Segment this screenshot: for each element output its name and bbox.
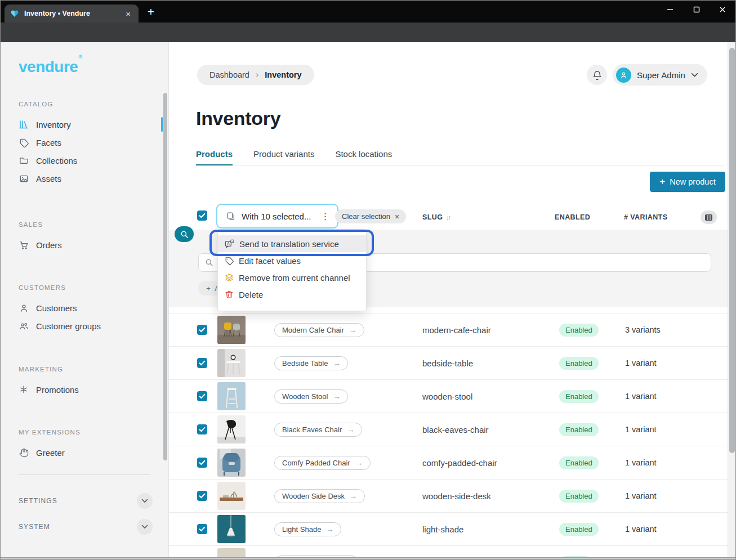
sidebar-item-label: Customers xyxy=(36,303,77,313)
browser-window: Inventory • Vendure × + localhost:3000/a… xyxy=(0,0,736,560)
vendure-logo: vendure® xyxy=(19,58,82,76)
sidebar-item-customer-groups[interactable]: Customer groups xyxy=(0,317,168,335)
product-thumbnail xyxy=(217,316,246,344)
search-toggle-button[interactable] xyxy=(175,226,194,242)
arrow-right-icon: → xyxy=(347,425,354,434)
cart-icon xyxy=(19,240,29,250)
row-checkbox[interactable] xyxy=(197,491,207,501)
new-tab-button[interactable]: + xyxy=(144,5,158,19)
window-maximize-button[interactable] xyxy=(687,2,706,17)
breadcrumb-dashboard[interactable]: Dashboard xyxy=(209,70,249,79)
menu-item-send-to-translation-service[interactable]: A Send to translation service xyxy=(218,235,366,252)
table-row: Comfy Padded Chair→ comfy-padded-chair E… xyxy=(169,446,728,479)
chevron-down-icon xyxy=(141,499,148,503)
product-name-link[interactable]: Modern Cafe Chair→ xyxy=(274,323,364,337)
sidebar-section-settings[interactable]: SETTINGS xyxy=(19,492,153,509)
sidebar-item-label: Facets xyxy=(36,138,61,147)
check-icon xyxy=(199,213,206,218)
sidebar-divider xyxy=(19,474,150,475)
sidebar-item-promotions[interactable]: Promotions xyxy=(0,380,168,398)
product-slug: black-eaves-chair xyxy=(422,425,489,434)
row-checkbox[interactable] xyxy=(197,424,207,434)
column-header-slug[interactable]: SLUG ↓↑ xyxy=(422,213,450,221)
bulk-actions-button[interactable]: With 10 selected... ⋮ xyxy=(216,204,338,229)
sidebar-item-label: Customer groups xyxy=(36,321,101,331)
sidebar-scrollbar[interactable] xyxy=(163,93,167,460)
sidebar-item-assets[interactable]: Assets xyxy=(0,169,168,187)
breadcrumb-current[interactable]: Inventory xyxy=(265,70,301,79)
row-checkbox[interactable] xyxy=(197,391,207,401)
row-checkbox[interactable] xyxy=(197,325,207,335)
row-checkbox[interactable] xyxy=(197,358,207,368)
variant-count: 1 variant xyxy=(625,491,657,500)
sidebar-item-inventory[interactable]: Inventory xyxy=(0,115,168,133)
check-icon xyxy=(199,493,206,499)
notifications-button[interactable] xyxy=(587,65,607,85)
sidebar-item-greeter[interactable]: Greeter xyxy=(0,443,168,462)
window-minimize-button[interactable] xyxy=(661,2,680,17)
tab-product-variants[interactable]: Product variants xyxy=(253,149,314,165)
product-name-link[interactable]: Comfy Padded Chair→ xyxy=(274,456,371,470)
sidebar-item-label: Greeter xyxy=(36,448,65,458)
product-name-link[interactable]: Light Shade→ xyxy=(274,522,341,536)
tab-close-icon[interactable]: × xyxy=(123,10,133,18)
window-bottom-edge xyxy=(0,557,736,560)
sidebar-item-collections[interactable]: Collections xyxy=(0,151,168,169)
variant-count: 3 variants xyxy=(625,325,661,334)
trash-icon xyxy=(225,290,234,299)
settings-expand-button[interactable] xyxy=(137,493,153,509)
check-icon xyxy=(199,327,206,333)
plus-icon: + xyxy=(659,176,665,187)
sidebar-item-label: Collections xyxy=(36,156,77,165)
variant-count: 1 variant xyxy=(625,392,657,401)
select-all-checkbox[interactable] xyxy=(197,210,207,221)
arrow-right-icon: → xyxy=(326,525,333,534)
tab-stock-locations[interactable]: Stock locations xyxy=(335,149,392,165)
nav-section-catalog: CATALOG Inventory Facets xyxy=(0,101,168,187)
menu-item-edit-facet-values[interactable]: Edit facet values xyxy=(218,252,366,269)
user-icon xyxy=(19,303,29,313)
arrow-right-icon: → xyxy=(349,326,356,334)
tag-icon xyxy=(19,137,29,147)
browser-tab[interactable]: Inventory • Vendure × xyxy=(5,5,139,23)
tag-icon xyxy=(225,256,234,265)
clear-selection-button[interactable]: Clear selection × xyxy=(335,209,406,223)
layers-icon xyxy=(225,273,234,282)
nav-section-my-extensions: MY EXTENSIONS Greeter xyxy=(0,429,168,462)
new-product-button[interactable]: + New product xyxy=(650,172,725,192)
column-header-variants: # VARIANTS xyxy=(624,213,667,221)
product-thumbnail xyxy=(217,415,246,443)
status-badge: Enabled xyxy=(559,357,599,370)
translate-icon: A xyxy=(225,239,234,249)
sidebar-section-system[interactable]: SYSTEM xyxy=(19,518,153,535)
sidebar-item-orders[interactable]: Orders xyxy=(0,236,168,254)
sidebar-item-customers[interactable]: Customers xyxy=(0,299,168,317)
nav-section-label: MY EXTENSIONS xyxy=(19,429,168,436)
product-name-link[interactable]: Black Eaves Chair→ xyxy=(274,423,362,437)
page-title: Inventory xyxy=(196,107,280,129)
menu-item-remove-from-channel[interactable]: Remove from current channel xyxy=(218,269,366,286)
product-slug: bedside-table xyxy=(422,359,473,368)
page-scrollbar[interactable] xyxy=(728,42,736,560)
arrow-right-icon: → xyxy=(355,459,363,467)
arrow-right-icon: → xyxy=(350,492,357,500)
window-close-button[interactable] xyxy=(713,2,732,17)
column-settings-button[interactable] xyxy=(701,210,717,224)
settings-label: SETTINGS xyxy=(19,497,57,505)
scrollbar-thumb[interactable] xyxy=(729,48,735,453)
product-name-link[interactable]: Wooden Stool→ xyxy=(274,389,348,404)
tab-products[interactable]: Products xyxy=(196,149,233,165)
nav-section-marketing: MARKETING Promotions xyxy=(0,366,168,398)
user-menu[interactable]: Super Admin xyxy=(613,64,707,86)
menu-item-delete[interactable]: Delete xyxy=(218,286,366,303)
product-slug: comfy-padded-chair xyxy=(422,458,497,468)
system-expand-button[interactable] xyxy=(137,519,153,535)
browser-toolbar: localhost:3000/admin/catalog/inventory xyxy=(0,23,736,42)
sidebar-item-facets[interactable]: Facets xyxy=(0,133,168,151)
sidebar-item-label: Orders xyxy=(36,240,62,250)
product-name-link[interactable]: Wooden Side Desk→ xyxy=(274,489,365,503)
row-checkbox[interactable] xyxy=(197,458,207,468)
product-name-link[interactable]: Bedside Table→ xyxy=(274,356,348,370)
browser-tabstrip: Inventory • Vendure × + xyxy=(0,0,736,23)
row-checkbox[interactable] xyxy=(197,524,207,534)
